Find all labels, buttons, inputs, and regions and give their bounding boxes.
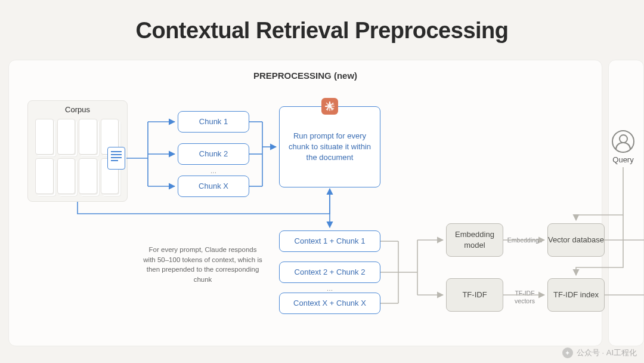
prompt-box: Run prompt for every chunk to situate it… — [279, 106, 380, 187]
tfidf-box: TF-IDF — [446, 278, 503, 312]
vector-database-box: Vector database — [547, 223, 605, 257]
prompt-box-text: Run prompt for every chunk to situate it… — [286, 131, 374, 164]
query-label: Query — [607, 155, 639, 164]
anthropic-icon — [321, 98, 338, 115]
tfidf-index-box: TF-IDF index — [547, 278, 605, 312]
context-2-box: Context 2 + Chunk 2 — [279, 262, 380, 283]
edge-label-embeddings: Embeddings — [504, 236, 545, 244]
chunk-2-box: Chunk 2 — [178, 143, 249, 165]
page-title: Contextual Retrieval Preprocessing — [0, 18, 644, 44]
chunk-ellipsis: … — [178, 167, 249, 174]
watermark: ✦ 公众号 · AI工程化 — [562, 347, 637, 358]
edge-label-tfidf-vectors: TF-IDF vectors — [504, 290, 545, 304]
document-icon — [107, 147, 125, 170]
embedding-model-box: Embedding model — [446, 223, 503, 257]
watermark-text: 公众号 · AI工程化 — [577, 347, 637, 358]
corpus-doc-stack — [35, 119, 119, 194]
caption-text: For every prompt, Claude responds with 5… — [143, 245, 262, 285]
user-icon — [612, 130, 634, 153]
wechat-icon: ✦ — [562, 347, 573, 358]
chunk-x-box: Chunk X — [178, 176, 249, 197]
context-x-box: Context X + Chunk X — [279, 293, 380, 314]
context-1-box: Context 1 + Chunk 1 — [279, 230, 380, 252]
context-ellipsis: … — [279, 285, 380, 292]
section-label: PREPROCESSING (new) — [8, 70, 602, 81]
corpus-label: Corpus — [65, 104, 90, 115]
runtime-panel-sliver — [608, 60, 644, 346]
chunk-1-box: Chunk 1 — [178, 111, 249, 133]
